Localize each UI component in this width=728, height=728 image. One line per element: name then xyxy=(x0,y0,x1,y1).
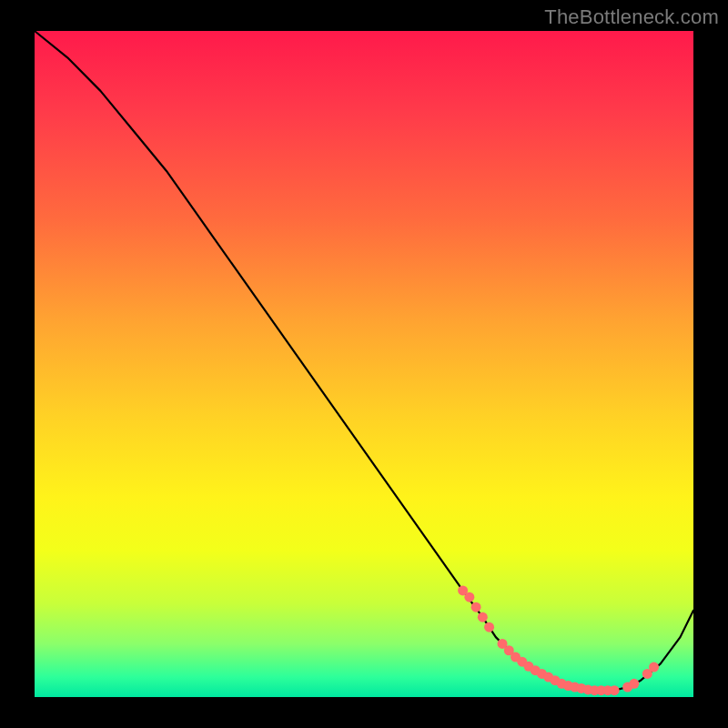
highlight-dot xyxy=(471,602,481,612)
watermark-text: TheBottleneck.com xyxy=(544,5,719,29)
highlight-dots xyxy=(458,585,659,695)
highlight-dot xyxy=(629,679,639,689)
highlight-dot xyxy=(484,622,494,632)
bottleneck-curve-line xyxy=(35,31,693,691)
highlight-dot xyxy=(649,662,659,672)
highlight-dot xyxy=(478,612,488,622)
highlight-dot xyxy=(464,592,474,602)
chart-frame: TheBottleneck.com xyxy=(0,0,728,728)
curve-svg xyxy=(35,31,693,697)
highlight-dot xyxy=(610,685,620,695)
plot-area xyxy=(35,31,693,697)
